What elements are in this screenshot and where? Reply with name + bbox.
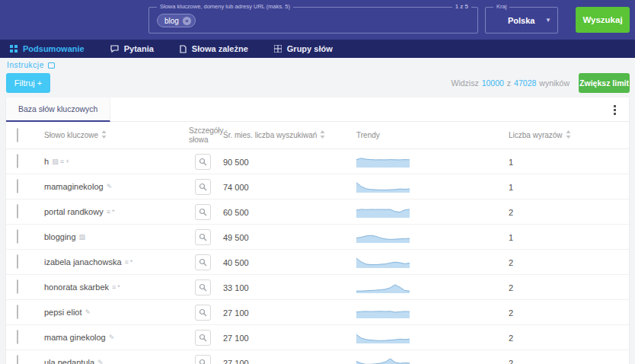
chip-remove-icon[interactable]: × — [183, 17, 191, 25]
serp-feature-icons: ✎ — [107, 183, 114, 190]
word-count: 2 — [503, 334, 513, 343]
snippet-icon: ≡ — [60, 158, 65, 165]
image-icon: ▨ — [79, 233, 88, 241]
word-count: 2 — [503, 308, 513, 318]
keyword-text: pepsi eliot — [44, 308, 82, 317]
star-icon: * — [117, 283, 122, 291]
dashboard-grid-icon — [10, 45, 18, 53]
tab-label: Podsumowanie — [23, 44, 85, 53]
row-checkbox[interactable] — [17, 305, 18, 319]
magnifier-icon — [199, 258, 207, 267]
word-count: 1 — [503, 183, 513, 192]
results-suffix: wyników — [539, 78, 570, 88]
column-header-trends: Trendy — [356, 131, 380, 139]
keyword-text: blogging — [44, 232, 76, 241]
column-header-details: Szczegóły słowa — [189, 126, 219, 144]
row-checkbox[interactable] — [17, 355, 18, 364]
keyword-table-card: Baza słów kluczowych Słowo kluczowe Szcz… — [6, 97, 629, 364]
sort-icon[interactable] — [101, 130, 107, 140]
table-row: mamaginekolog✎74 0001 — [6, 174, 629, 200]
word-count: 2 — [503, 359, 513, 364]
sort-icon[interactable] — [566, 130, 571, 140]
keyword-details-button[interactable] — [195, 229, 211, 245]
keyword-details-button[interactable] — [195, 204, 211, 220]
word-count: 2 — [503, 283, 513, 292]
table-row: izabela janachowska≡*40 5002 — [6, 250, 629, 275]
column-header-keyword[interactable]: Słowo kluczowe — [44, 131, 98, 139]
keyword-details-button[interactable] — [195, 330, 211, 346]
search-volume: 27 100 — [219, 308, 249, 318]
select-all-checkbox[interactable] — [17, 128, 18, 142]
row-checkbox[interactable] — [17, 179, 18, 193]
table-row: ula pedantula✎27 1002 — [6, 350, 629, 364]
tab-podsumowanie[interactable]: Podsumowanie — [10, 44, 85, 53]
keyword-details-button[interactable] — [195, 154, 211, 170]
increase-limit-button[interactable]: Zwiększ limit — [579, 73, 630, 93]
serp-feature-icons: ▨ — [79, 233, 88, 241]
pencil-icon: ✎ — [107, 183, 114, 190]
keyword-text: honorata skarbek — [44, 283, 109, 292]
row-checkbox[interactable] — [17, 204, 18, 219]
column-header-volume[interactable]: Śr. mies. liczba wyszukiwań — [223, 131, 317, 139]
search-volume: 27 100 — [219, 359, 249, 364]
keyword-details-button[interactable] — [195, 355, 211, 364]
results-prefix: Widzisz — [451, 78, 478, 88]
app-header: Słowa kluczowe, domeny lub adresy URL (m… — [0, 0, 635, 40]
column-header-word-count[interactable]: Liczba wyrazów — [509, 131, 563, 139]
keyword-counter: 1 z 5 — [452, 3, 471, 10]
sort-icon[interactable] — [320, 130, 325, 140]
keyword-text: mama ginekolog — [44, 333, 106, 342]
magnifier-icon — [199, 359, 207, 364]
keyword-search-box[interactable]: Słowa kluczowe, domeny lub adresy URL (m… — [148, 7, 478, 34]
table-options-menu-icon[interactable] — [609, 103, 620, 117]
instructions-video-icon — [48, 62, 55, 69]
serp-feature-icons: ✎ — [109, 334, 116, 341]
instructions-link[interactable]: Instrukcje — [7, 61, 55, 69]
search-box-label: Słowa kluczowe, domeny lub adresy URL (m… — [157, 3, 293, 10]
row-checkbox[interactable] — [17, 254, 18, 269]
keyword-text: mamaginekolog — [44, 182, 104, 191]
poland-flag-icon — [492, 17, 503, 24]
star-icon: * — [130, 258, 135, 266]
row-checkbox[interactable] — [17, 279, 18, 294]
keyword-text: portal randkowy — [44, 207, 104, 216]
keyword-text: h — [44, 157, 49, 166]
serp-feature-icons: ✎ — [85, 308, 93, 316]
row-checkbox[interactable] — [17, 154, 18, 168]
trend-sparkline — [356, 307, 410, 318]
country-select[interactable]: Kraj Polska ▼ — [485, 7, 558, 34]
results-of: z — [507, 78, 511, 88]
trend-sparkline — [356, 257, 410, 268]
serp-feature-icons: ✎ — [97, 359, 105, 364]
trend-sparkline — [356, 181, 410, 193]
tab-baza-slow-kluczowych[interactable]: Baza słów kluczowych — [6, 97, 110, 122]
keyword-chip-label: blog — [164, 17, 179, 25]
tab-pytania[interactable]: Pytania — [110, 44, 154, 53]
row-checkbox[interactable] — [17, 330, 18, 344]
trend-sparkline — [356, 156, 410, 168]
word-count: 2 — [503, 258, 513, 267]
tab-label: Pytania — [124, 44, 154, 53]
tab-grupy-slow[interactable]: Grupy słów — [274, 44, 333, 53]
chat-bubble-icon — [110, 45, 119, 53]
keyword-details-button[interactable] — [195, 254, 211, 270]
filter-button[interactable]: Filtruj + — [6, 73, 50, 93]
search-button[interactable]: Wyszukaj — [576, 7, 630, 33]
word-count: 1 — [503, 233, 513, 242]
table-row: mama ginekolog✎27 1002 — [6, 325, 629, 350]
row-checkbox[interactable] — [17, 229, 18, 244]
trend-sparkline — [356, 357, 410, 364]
keyword-details-button[interactable] — [195, 279, 211, 295]
pencil-icon: ✎ — [85, 308, 93, 316]
magnifier-icon — [199, 183, 207, 191]
tab-slowa-zalezne[interactable]: Słowa zależne — [180, 44, 248, 53]
pencil-icon: ✎ — [109, 334, 116, 341]
chevron-down-icon: ▼ — [545, 17, 551, 24]
serp-feature-icons: ≡* — [125, 258, 135, 266]
magnifier-icon — [199, 334, 207, 342]
search-volume: 60 500 — [219, 208, 249, 217]
keyword-details-button[interactable] — [195, 179, 211, 195]
keyword-details-button[interactable] — [195, 305, 211, 321]
word-count: 2 — [503, 208, 513, 217]
image-icon: ▨ — [52, 158, 60, 165]
